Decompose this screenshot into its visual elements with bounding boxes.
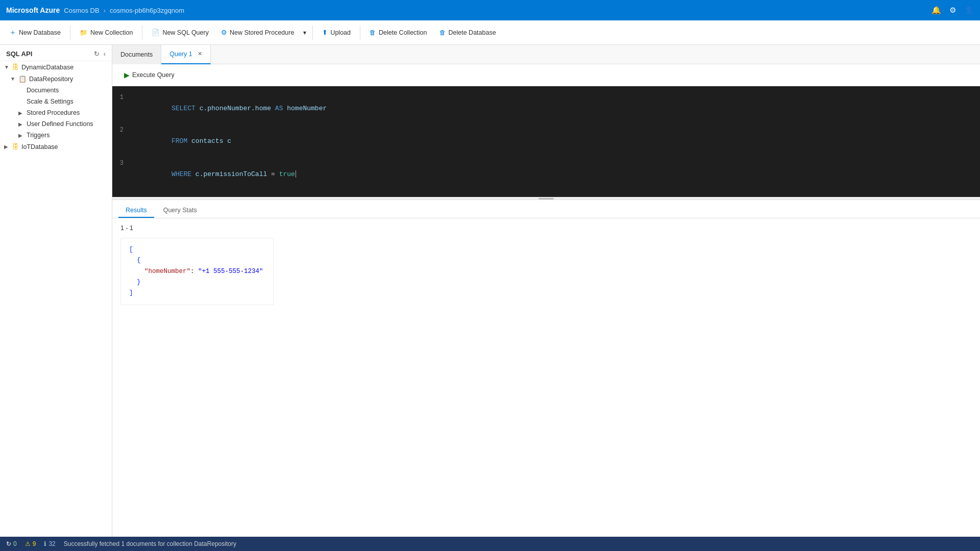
- app-name: Microsoft Azure: [6, 6, 60, 14]
- account-icon[interactable]: 👤: [964, 6, 974, 15]
- sync-status: ↻ 0: [6, 540, 17, 547]
- toolbar: ＋ New Database 📁 New Collection 📄 New SQ…: [0, 20, 980, 45]
- expand-icon-6: ▶: [18, 121, 24, 127]
- new-database-button[interactable]: ＋ New Database: [4, 25, 66, 40]
- sync-count: 0: [13, 540, 17, 547]
- delete-database-icon: 🗑: [439, 29, 446, 36]
- delete-collection-icon: 🗑: [370, 29, 376, 36]
- line-content-2: FROM contacts c: [132, 126, 980, 157]
- delete-collection-button[interactable]: 🗑 Delete Collection: [364, 26, 432, 39]
- tab-query1-label: Query 1: [169, 51, 192, 58]
- results-tab-stats[interactable]: Query Stats: [156, 204, 204, 218]
- toolbar-divider-1: [70, 26, 70, 40]
- expand-icon-7: ▶: [18, 133, 24, 138]
- expand-icon-5: ▶: [18, 110, 24, 116]
- upload-icon: ⬆: [322, 29, 328, 36]
- tab-query1[interactable]: Query 1 ✕: [161, 45, 210, 64]
- database-icon: 🗄: [12, 63, 19, 71]
- execute-bar: ▶ Execute Query: [112, 64, 980, 86]
- sql-line-1: 1 SELECT c.phoneNumber.home AS homeNumbe…: [112, 92, 980, 125]
- info-count: 32: [48, 540, 55, 547]
- sidebar-title: SQL API: [6, 50, 32, 58]
- settings-icon[interactable]: ⚙: [949, 6, 956, 15]
- tab-documents[interactable]: Documents: [112, 45, 161, 64]
- service-label: Cosmos DB: [64, 7, 99, 14]
- database-icon-iot: 🗄: [12, 143, 19, 151]
- results-count: 1 - 1: [120, 224, 972, 232]
- execute-label: Execute Query: [132, 71, 175, 79]
- results-tab-bar: Results Query Stats: [112, 200, 980, 218]
- play-icon: ▶: [124, 71, 130, 79]
- new-collection-button[interactable]: 📁 New Collection: [75, 26, 138, 39]
- tab-bar: Documents Query 1 ✕: [112, 45, 980, 64]
- tree-item-data-repository[interactable]: ▼ 📋 DataRepository: [0, 73, 112, 85]
- breadcrumb-separator: ›: [104, 7, 106, 14]
- info-icon: ℹ: [44, 540, 46, 547]
- line-content-3: WHERE c.permissionToCall = true: [132, 159, 980, 190]
- delete-database-button[interactable]: 🗑 Delete Database: [434, 26, 501, 39]
- tree-label-data-repository: DataRepository: [29, 76, 73, 83]
- refresh-icon[interactable]: ↻: [94, 50, 100, 58]
- results-tab-results-label: Results: [126, 207, 147, 214]
- content-area: Documents Query 1 ✕ ▶ Execute Query 1 SE…: [112, 45, 980, 537]
- new-sql-query-button[interactable]: 📄 New SQL Query: [146, 26, 214, 39]
- sql-line-2: 2 FROM contacts c: [112, 125, 980, 158]
- sidebar: SQL API ↻ ‹ ▼ 🗄 DynamicDatabase ▼ 📋 Data…: [0, 45, 112, 537]
- tree-item-scale-settings[interactable]: Scale & Settings: [0, 96, 112, 107]
- divider-handle: [538, 198, 554, 199]
- upload-button[interactable]: ⬆ Upload: [317, 26, 356, 39]
- sql-line-3: 3 WHERE c.permissionToCall = true: [112, 158, 980, 191]
- results-tab-results[interactable]: Results: [118, 204, 154, 218]
- collapse-icon[interactable]: ‹: [104, 50, 106, 58]
- line-num-2: 2: [112, 126, 132, 135]
- toolbar-divider-4: [360, 26, 360, 40]
- statusbar: ↻ 0 ⚠ 9 ℹ 32 Successfully fetched 1 docu…: [0, 537, 980, 551]
- results-tab-stats-label: Query Stats: [163, 207, 197, 214]
- line-num-1: 1: [112, 93, 132, 103]
- main-layout: SQL API ↻ ‹ ▼ 🗄 DynamicDatabase ▼ 📋 Data…: [0, 45, 980, 537]
- execute-query-button[interactable]: ▶ Execute Query: [118, 68, 180, 82]
- tree-item-iot-database[interactable]: ▶ 🗄 IoTDatabase: [0, 141, 112, 153]
- sidebar-tree: ▼ 🗄 DynamicDatabase ▼ 📋 DataRepository D…: [0, 61, 112, 153]
- warn-icon: ⚠: [25, 540, 31, 547]
- sql-icon: 📄: [152, 29, 160, 36]
- bell-icon[interactable]: 🔔: [932, 6, 941, 15]
- results-content: 1 - 1 [ { "homeNumber": "+1 555-555-1234…: [112, 218, 980, 537]
- expand-icon-2: ▼: [10, 76, 16, 82]
- tree-label-udfs: User Defined Functions: [27, 120, 93, 128]
- results-area: Results Query Stats 1 - 1 [ { "homeNumbe…: [112, 200, 980, 537]
- status-message: Successfully fetched 1 documents for col…: [64, 540, 236, 547]
- close-tab-icon[interactable]: ✕: [198, 51, 202, 57]
- tree-item-udfs[interactable]: ▶ User Defined Functions: [0, 118, 112, 130]
- new-database-icon: ＋: [9, 28, 16, 37]
- new-stored-procedure-button[interactable]: ⚙ New Stored Procedure: [216, 26, 299, 39]
- titlebar: Microsoft Azure Cosmos DB › cosmos-pb6h6…: [0, 0, 980, 20]
- sync-icon: ↻: [6, 540, 11, 547]
- new-collection-icon: 📁: [80, 29, 88, 36]
- new-stored-procedure-dropdown[interactable]: ▾: [301, 26, 308, 39]
- collection-icon: 📋: [18, 75, 27, 83]
- line-content-1: SELECT c.phoneNumber.home AS homeNumber: [132, 93, 980, 124]
- tree-label-stored-procedures: Stored Procedures: [27, 109, 80, 116]
- warn-status: ⚠ 9: [25, 540, 36, 547]
- sidebar-header: SQL API ↻ ‹: [0, 45, 112, 61]
- tree-label-triggers: Triggers: [27, 132, 50, 139]
- resource-label: cosmos-pb6h6p3zgqnom: [110, 7, 184, 14]
- info-status: ℹ 32: [44, 540, 55, 547]
- tab-documents-label: Documents: [120, 51, 153, 58]
- sql-editor[interactable]: 1 SELECT c.phoneNumber.home AS homeNumbe…: [112, 86, 980, 197]
- json-result-block: [ { "homeNumber": "+1 555-555-1234" } ]: [120, 238, 274, 305]
- tree-item-documents[interactable]: Documents: [0, 85, 112, 96]
- line-num-3: 3: [112, 159, 132, 168]
- tree-item-dynamic-database[interactable]: ▼ 🗄 DynamicDatabase: [0, 61, 112, 73]
- expand-icon: ▼: [4, 64, 10, 70]
- titlebar-icons: 🔔 ⚙ 👤: [932, 6, 974, 15]
- tree-label-documents: Documents: [27, 87, 59, 94]
- tree-item-stored-procedures[interactable]: ▶ Stored Procedures: [0, 107, 112, 118]
- warn-count: 9: [33, 540, 36, 547]
- toolbar-divider-3: [312, 26, 313, 40]
- tree-label-dynamic-database: DynamicDatabase: [21, 64, 74, 71]
- tree-item-triggers[interactable]: ▶ Triggers: [0, 130, 112, 141]
- tree-label-scale-settings: Scale & Settings: [27, 98, 74, 105]
- stored-proc-icon: ⚙: [221, 29, 227, 36]
